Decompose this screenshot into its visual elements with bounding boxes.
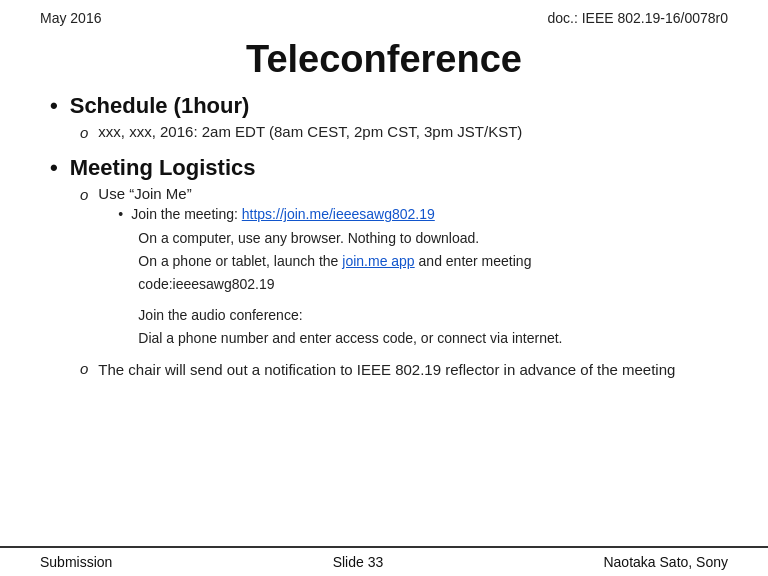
schedule-sub-list: xxx, xxx, 2016: 2am EDT (8am CEST, 2pm C… (80, 123, 718, 141)
desc-line-1: On a computer, use any browser. Nothing … (138, 228, 718, 249)
main-title: Teleconference (40, 38, 728, 81)
schedule-heading: Schedule (1hour) (50, 93, 718, 119)
header-doc-id: doc.: IEEE 802.19-16/0078r0 (547, 10, 728, 26)
join-me-text: Use “Join Me” Join the meeting: https://… (98, 185, 718, 355)
schedule-section: Schedule (1hour) xxx, xxx, 2016: 2am EDT… (50, 93, 718, 141)
description-block: On a computer, use any browser. Nothing … (138, 228, 718, 295)
audio-line-2: Dial a phone number and enter access cod… (138, 328, 718, 349)
header: May 2016 doc.: IEEE 802.19-16/0078r0 (40, 0, 728, 30)
join-link-text: Join the meeting: https://join.me/ieeesa… (131, 206, 718, 222)
chair-item: The chair will send out a notification t… (80, 359, 718, 380)
join-me-item: Use “Join Me” Join the meeting: https://… (80, 185, 718, 355)
logistics-sub-list: Use “Join Me” Join the meeting: https://… (80, 185, 718, 380)
desc-line-2: On a phone or tablet, launch the join.me… (138, 251, 718, 272)
footer-center: Slide 33 (333, 554, 384, 570)
desc-line-3: code:ieeesawg802.19 (138, 274, 718, 295)
audio-block: Join the audio conference: Dial a phone … (138, 305, 718, 349)
join-link-item: Join the meeting: https://join.me/ieeesa… (118, 206, 718, 222)
content: Schedule (1hour) xxx, xxx, 2016: 2am EDT… (40, 93, 728, 380)
chair-text: The chair will send out a notification t… (98, 359, 718, 380)
join-me-app-link[interactable]: join.me app (342, 253, 414, 269)
footer: Submission Slide 33 Naotaka Sato, Sony (0, 546, 768, 576)
nested-list: Join the meeting: https://join.me/ieeesa… (118, 206, 718, 222)
join-link[interactable]: https://join.me/ieeesawg802.19 (242, 206, 435, 222)
footer-right: Naotaka Sato, Sony (603, 554, 728, 570)
join-label: Join the meeting: (131, 206, 242, 222)
header-date: May 2016 (40, 10, 101, 26)
logistics-heading: Meeting Logistics (50, 155, 718, 181)
audio-line-1: Join the audio conference: (138, 305, 718, 326)
title-section: Teleconference (40, 30, 728, 93)
logistics-section: Meeting Logistics Use “Join Me” Join the… (50, 155, 718, 380)
page: May 2016 doc.: IEEE 802.19-16/0078r0 Tel… (0, 0, 768, 576)
schedule-sub-item: xxx, xxx, 2016: 2am EDT (8am CEST, 2pm C… (80, 123, 718, 141)
footer-left: Submission (40, 554, 112, 570)
schedule-sub-text: xxx, xxx, 2016: 2am EDT (8am CEST, 2pm C… (98, 123, 718, 140)
